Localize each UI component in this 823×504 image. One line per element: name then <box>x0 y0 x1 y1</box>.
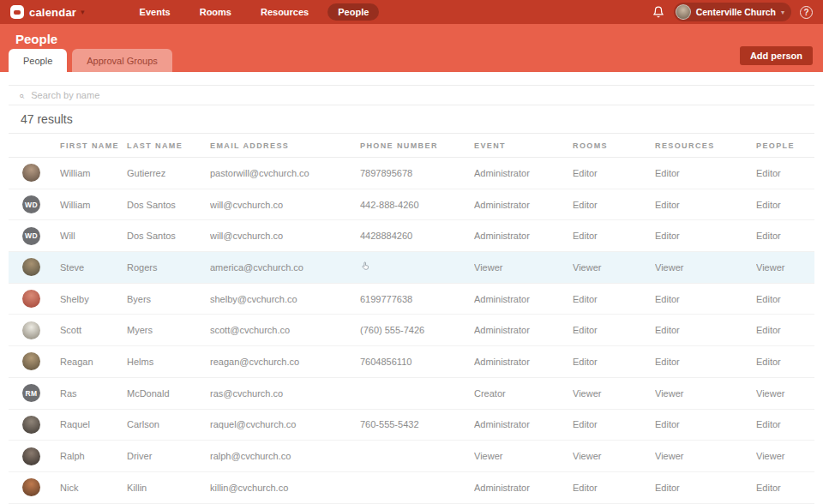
rooms-role-cell: Editor <box>573 283 655 315</box>
table-row[interactable]: Steve Rogers america@cvchurch.co Viewer … <box>9 252 814 284</box>
avatar <box>22 321 40 339</box>
app-logo[interactable]: calendar ▾ <box>10 5 85 19</box>
event-role-cell: Administrator <box>474 158 573 189</box>
last-name-cell: Helms <box>127 346 210 378</box>
email-cell: reagan@cvchurch.co <box>210 346 360 378</box>
email-cell: raquel@cvchurch.co <box>210 409 360 441</box>
email-cell: shelby@cvchurch.co <box>210 283 360 315</box>
chevron-down-icon: ▾ <box>781 9 784 16</box>
avatar-cell <box>9 441 60 472</box>
nav-item-rooms[interactable]: Rooms <box>189 3 242 21</box>
last-name-cell: Killin <box>127 471 210 503</box>
rooms-role-cell: Editor <box>573 315 655 346</box>
people-role-cell: Editor <box>756 283 814 315</box>
chevron-down-icon: ▾ <box>81 8 85 16</box>
avatar-cell: WD <box>9 220 60 252</box>
column-email: Email Address <box>210 134 360 158</box>
table-row[interactable]: William Gutierrez pastorwill@cvchurch.co… <box>9 158 814 189</box>
email-cell: pastorwill@cvchurch.co <box>210 158 360 189</box>
people-role-cell: Editor <box>756 158 814 189</box>
resources-role-cell: Editor <box>655 471 756 503</box>
rooms-role-cell: Editor <box>573 471 655 503</box>
avatar-cell <box>9 471 60 503</box>
last-name-cell: Dos Santos <box>127 220 210 252</box>
table-row[interactable]: Nick Killin killin@cvchurch.co Administr… <box>9 471 814 503</box>
resources-role-cell: Viewer <box>655 252 756 284</box>
avatar <box>22 258 40 276</box>
column-people: People <box>756 134 814 158</box>
first-name-cell: Ras <box>60 377 127 409</box>
first-name-cell: Nick <box>60 471 127 503</box>
phone-cell: 7604856110 <box>360 346 474 378</box>
event-role-cell: Administrator <box>474 409 573 441</box>
page-header: People People Approval Groups Add person <box>0 24 823 72</box>
avatar <box>22 352 40 370</box>
table-row[interactable]: Ralph Driver ralph@cvchurch.co Viewer Vi… <box>9 441 814 472</box>
search-input[interactable] <box>31 90 804 100</box>
people-panel: ⌕ 47 results First Name Last Name Email … <box>0 85 823 504</box>
app-logo-label: calendar <box>29 6 76 19</box>
email-cell: ras@cvchurch.co <box>210 377 360 409</box>
account-menu[interactable]: Centerville Church ▾ <box>674 3 791 21</box>
people-role-cell: Editor <box>756 315 814 346</box>
avatar <box>22 447 40 465</box>
email-cell: america@cvchurch.co <box>210 252 360 284</box>
email-cell: will@cvchurch.co <box>210 220 360 252</box>
rooms-role-cell: Editor <box>573 220 655 252</box>
account-avatar <box>676 4 691 20</box>
nav-item-events[interactable]: Events <box>129 3 181 21</box>
people-role-cell: Editor <box>756 409 814 441</box>
table-row[interactable]: Raquel Carlson raquel@cvchurch.co 760-55… <box>9 409 814 441</box>
column-first-name: First Name <box>60 134 127 158</box>
email-cell: killin@cvchurch.co <box>210 471 360 503</box>
people-role-cell: Editor <box>756 471 814 503</box>
avatar <box>22 290 40 308</box>
resources-role-cell: Editor <box>655 189 756 220</box>
last-name-cell: Dos Santos <box>127 189 210 220</box>
column-resources: Resources <box>655 134 756 158</box>
tab-people[interactable]: People <box>9 49 67 72</box>
phone-cell: 4428884260 <box>360 220 474 252</box>
rooms-role-cell: Viewer <box>573 252 655 284</box>
tab-approval-groups[interactable]: Approval Groups <box>72 49 172 72</box>
table-row[interactable]: WD William Dos Santos will@cvchurch.co 4… <box>9 189 814 220</box>
avatar <box>22 478 40 496</box>
event-role-cell: Administrator <box>474 189 573 220</box>
table-row[interactable]: RM Ras McDonald ras@cvchurch.co Creator … <box>9 377 814 409</box>
people-role-cell: Viewer <box>756 441 814 472</box>
table-row[interactable]: Shelby Byers shelby@cvchurch.co 61997776… <box>9 283 814 315</box>
table-row[interactable]: Scott Myers scott@cvchurch.co (760) 555-… <box>9 315 814 346</box>
rooms-role-cell: Viewer <box>573 377 655 409</box>
avatar-cell <box>9 158 60 189</box>
phone-cell <box>360 252 474 284</box>
avatar-cell <box>9 346 60 378</box>
table-row[interactable]: WD Will Dos Santos will@cvchurch.co 4428… <box>9 220 814 252</box>
help-icon[interactable]: ? <box>800 6 813 19</box>
search-icon: ⌕ <box>19 90 24 101</box>
phone-cell: 6199777638 <box>360 283 474 315</box>
avatar-cell <box>9 283 60 315</box>
avatar: RM <box>22 384 40 402</box>
people-role-cell: Editor <box>756 220 814 252</box>
first-name-cell: Ralph <box>60 441 127 472</box>
avatar-cell <box>9 252 60 284</box>
nav-item-people[interactable]: People <box>327 3 379 21</box>
avatar-cell <box>9 409 60 441</box>
nav-item-resources[interactable]: Resources <box>250 3 319 21</box>
notifications-bell-icon[interactable] <box>652 5 665 19</box>
cursor-icon <box>360 261 371 272</box>
people-table: First Name Last Name Email Address Phone… <box>9 133 814 504</box>
first-name-cell: William <box>60 189 127 220</box>
table-row[interactable]: Reagan Helms reagan@cvchurch.co 76048561… <box>9 346 814 378</box>
add-person-button[interactable]: Add person <box>740 46 813 65</box>
table-header-row: First Name Last Name Email Address Phone… <box>9 134 814 158</box>
people-role-cell: Viewer <box>756 252 814 284</box>
rooms-role-cell: Editor <box>573 189 655 220</box>
event-role-cell: Administrator <box>474 346 573 378</box>
resources-role-cell: Editor <box>655 409 756 441</box>
last-name-cell: Gutierrez <box>127 158 210 189</box>
avatar: WD <box>22 195 40 213</box>
event-role-cell: Viewer <box>474 252 573 284</box>
column-rooms: Rooms <box>573 134 655 158</box>
last-name-cell: Driver <box>127 441 210 472</box>
